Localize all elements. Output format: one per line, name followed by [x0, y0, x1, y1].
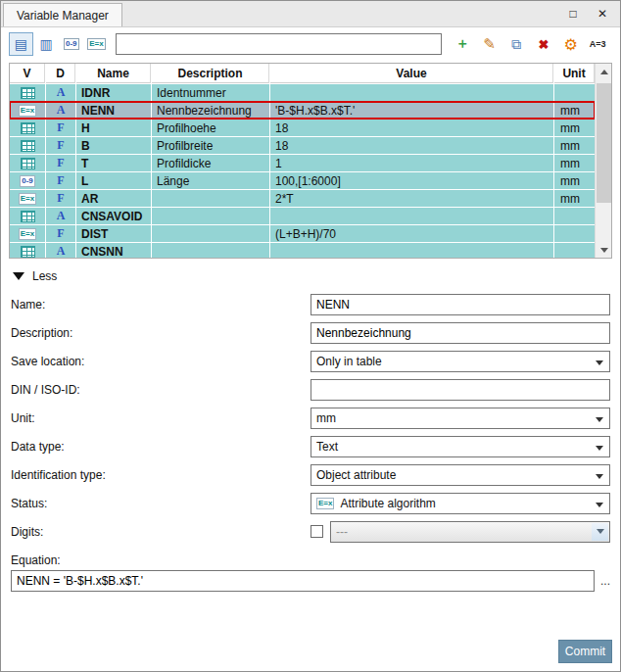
din-iso-input[interactable]	[310, 379, 610, 401]
name-input[interactable]	[310, 294, 610, 315]
value-type-cell	[10, 243, 45, 258]
equation-input[interactable]	[11, 570, 595, 592]
close-icon[interactable]: ✕	[588, 3, 617, 24]
din-iso-label: DIN / ISO-ID:	[11, 383, 310, 397]
formula-icon: E=x	[87, 38, 105, 50]
filter-input[interactable]	[116, 33, 442, 55]
view-digits-button[interactable]: 0-9	[59, 32, 83, 56]
data-type-cell: F	[46, 172, 75, 189]
collapse-toggle[interactable]: Less	[13, 266, 620, 286]
value-cell: 'B-$H.x$B.x$T.'	[270, 102, 553, 119]
formula-icon: E=x	[19, 193, 36, 205]
column-header-unit[interactable]: Unit	[554, 64, 595, 83]
value-type-cell	[10, 208, 45, 224]
description-cell: Profilbreite	[152, 137, 269, 154]
a-equals-3-icon: A=3	[590, 39, 606, 49]
description-cell: Nennbezeichnung	[152, 102, 269, 119]
identification-type-select[interactable]: Object attribute	[310, 464, 610, 486]
window-title: Variable Manager	[17, 9, 109, 23]
save-location-label: Save location:	[11, 355, 310, 368]
value-cell: 18	[270, 137, 553, 154]
digits-icon: 0-9	[64, 38, 79, 50]
table-icon	[21, 140, 35, 152]
unit-value: mm	[316, 411, 336, 425]
value-type-cell	[10, 137, 45, 154]
commit-button[interactable]: Commit	[558, 640, 612, 663]
data-type-cell: F	[46, 120, 75, 136]
description-cell: Identnummer	[152, 84, 269, 101]
column-header-d[interactable]: D	[46, 64, 75, 83]
description-input[interactable]	[310, 322, 610, 344]
view-columns-button[interactable]: ▥	[34, 32, 59, 56]
value-type-cell: E=x	[10, 225, 45, 242]
scroll-up-icon[interactable]	[596, 64, 612, 79]
name-label: Name:	[11, 298, 310, 312]
window-title-tab[interactable]: Variable Manager	[3, 3, 122, 26]
value-cell	[270, 84, 553, 101]
value-type-cell	[10, 120, 45, 136]
variable-row-T[interactable]: FTProfildicke1mm	[10, 155, 595, 171]
description-cell	[152, 243, 269, 258]
chevron-down-icon	[592, 523, 608, 541]
variable-row-DIST[interactable]: E=xFDIST(L+B+H)/70	[10, 225, 595, 242]
delete-variable-button[interactable]: ✖	[531, 32, 556, 56]
unit-label: Unit:	[11, 411, 310, 425]
save-location-select[interactable]: Only in table	[310, 351, 610, 372]
footer: Commit	[1, 640, 620, 671]
settings-button[interactable]: ⚙	[558, 32, 584, 56]
column-header-v[interactable]: V	[10, 64, 45, 83]
value-cell	[270, 243, 553, 258]
variable-row-CNSNN[interactable]: ACNSNN	[10, 243, 595, 258]
variable-row-B[interactable]: FBProfilbreite18mm	[10, 137, 595, 154]
data-type-cell: F	[46, 190, 75, 207]
description-label: Description:	[11, 326, 310, 340]
titlebar: Variable Manager □ ✕	[1, 1, 620, 27]
vertical-scrollbar[interactable]	[595, 64, 611, 258]
more-button[interactable]: ...	[595, 574, 610, 588]
value-cell: 2*T	[270, 190, 553, 207]
add-icon: ＋	[455, 35, 469, 53]
add-variable-button[interactable]: ＋	[450, 32, 475, 56]
maximize-icon[interactable]: □	[558, 3, 588, 24]
edit-variable-button[interactable]: ✎	[477, 32, 502, 56]
table-icon	[21, 87, 35, 99]
variable-row-L[interactable]: 0-9FLLänge100,[1:6000]mm	[10, 172, 595, 189]
scroll-down-icon[interactable]	[596, 242, 612, 258]
scrollbar-thumb[interactable]	[597, 83, 611, 203]
status-label: Status:	[11, 497, 310, 510]
chevron-down-icon	[596, 474, 603, 479]
data-type-value: Text	[316, 440, 338, 454]
collapse-label: Less	[32, 269, 57, 283]
variable-row-H[interactable]: FHProfilhoehe18mm	[10, 120, 595, 136]
unit-cell: mm	[554, 190, 595, 207]
column-header-description[interactable]: Description	[152, 64, 269, 83]
digits-checkbox[interactable]	[310, 525, 323, 538]
form-row-din-iso: DIN / ISO-ID:	[11, 375, 610, 404]
columns-view-icon: ▥	[39, 37, 52, 51]
evaluate-button[interactable]: A=3	[585, 32, 610, 56]
variable-row-IDNR[interactable]: AIDNRIdentnummer	[10, 84, 595, 101]
variable-row-NENN[interactable]: E=xANENNNennbezeichnung'B-$H.x$B.x$T.'mm	[10, 102, 595, 119]
unit-select[interactable]: mm	[310, 408, 610, 429]
view-list-button[interactable]: ▤	[9, 32, 33, 56]
column-header-value[interactable]: Value	[270, 64, 553, 83]
name-cell: CNSNN	[76, 243, 151, 258]
unit-cell: mm	[554, 120, 595, 136]
copy-icon: ⧉	[511, 36, 521, 53]
equation-label-row: Equation:	[11, 546, 610, 567]
save-location-value: Only in table	[316, 355, 382, 368]
variable-row-AR[interactable]: E=xFAR2*Tmm	[10, 190, 595, 207]
data-type-cell: A	[46, 102, 75, 119]
data-type-select[interactable]: Text	[310, 436, 610, 457]
unit-cell: mm	[554, 137, 595, 154]
column-header-name[interactable]: Name	[76, 64, 151, 83]
data-type-cell: A	[46, 84, 75, 101]
copy-variable-button[interactable]: ⧉	[503, 32, 529, 56]
value-type-cell	[10, 155, 45, 171]
variable-table-body: AIDNRIdentnummerE=xANENNNennbezeichnung'…	[10, 84, 595, 258]
equation-row: ...	[11, 567, 610, 595]
view-formula-button[interactable]: E=x	[84, 32, 109, 56]
variable-row-CNSAVOID[interactable]: ACNSAVOID	[10, 208, 595, 224]
status-select[interactable]: E=x Attribute algorithm	[310, 493, 610, 514]
toolbar: ▤ ▥ 0-9 E=x ＋ ✎ ⧉ ✖ ⚙ A=3	[1, 27, 620, 61]
